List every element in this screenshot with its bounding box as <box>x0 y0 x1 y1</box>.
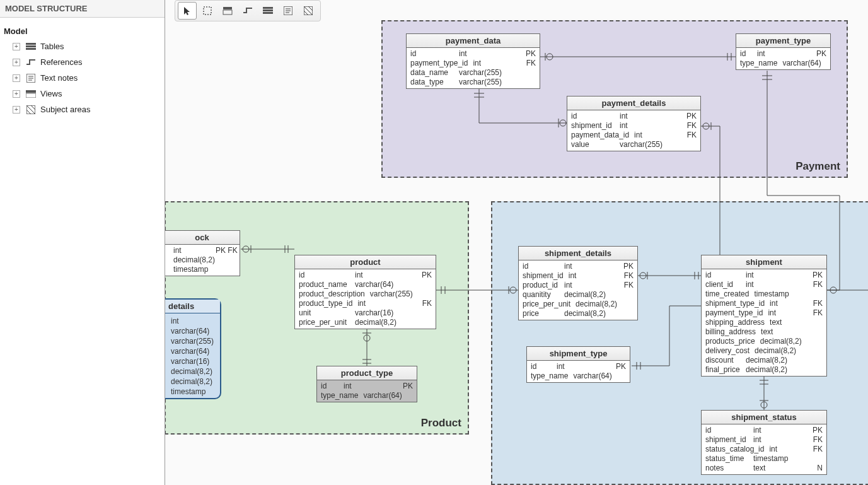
tool-new-subject-area[interactable] <box>299 2 318 20</box>
table-row[interactable]: time_createdtimestamp <box>703 289 825 299</box>
table-row[interactable]: decimal(8,2) <box>166 255 238 265</box>
table-row[interactable]: idintPK <box>569 112 699 121</box>
table-row[interactable]: billing_addresstext <box>703 327 825 337</box>
tree-item-references[interactable]: + References <box>4 54 161 70</box>
table-row[interactable]: varchar(16) <box>171 356 214 366</box>
table-row[interactable]: idintPK <box>703 426 825 435</box>
tree-item-tables[interactable]: + Tables <box>4 38 161 54</box>
col-type: int <box>743 271 800 280</box>
tool-new-note[interactable] <box>279 2 298 20</box>
table-row[interactable]: payment_type_idintFK <box>408 59 538 68</box>
expand-icon[interactable]: + <box>13 106 20 114</box>
table-payment-type[interactable]: payment_type idintPKtype_namevarchar(64) <box>736 33 831 70</box>
table-row[interactable]: intPK FK <box>166 246 238 255</box>
table-row[interactable]: idintPK <box>296 271 434 280</box>
table-row[interactable]: shipment_idintFK <box>569 121 699 131</box>
table-row[interactable]: pricedecimal(8,2) <box>520 309 636 318</box>
table-row[interactable]: final_pricedecimal(8,2) <box>703 365 825 375</box>
tree-item-text-notes[interactable]: + Text notes <box>4 70 161 86</box>
table-row[interactable]: shipment_idintFK <box>703 435 825 445</box>
card-details[interactable]: details intvarchar(64)varchar(255)varcha… <box>165 298 221 399</box>
tree-item-views[interactable]: + Views <box>4 86 161 102</box>
table-row[interactable]: valuevarchar(255) <box>569 140 699 149</box>
table-row[interactable]: idintPK <box>318 382 415 391</box>
table-row[interactable]: delivery_costdecimal(8,2) <box>703 346 825 356</box>
table-row[interactable]: product_descriptionvarchar(255) <box>296 289 434 299</box>
table-row[interactable]: idintPK <box>703 271 825 280</box>
col-key: FK <box>517 59 538 68</box>
table-row[interactable]: decimal(8,2) <box>171 366 214 377</box>
table-row[interactable]: shipment_idintFK <box>520 271 636 281</box>
col-key <box>800 454 825 464</box>
table-row[interactable]: varchar(64) <box>171 346 214 356</box>
col-type: varchar(64) <box>780 59 823 68</box>
table-row[interactable]: data_typevarchar(255) <box>408 78 538 87</box>
col-type: int <box>765 308 806 318</box>
table-row[interactable]: products_pricedecimal(8,2) <box>703 337 825 346</box>
table-row[interactable]: varchar(64) <box>171 326 214 336</box>
table-row[interactable]: type_namevarchar(64) <box>318 391 415 400</box>
table-row[interactable]: shipping_addresstext <box>703 318 825 327</box>
table-shipment-type[interactable]: shipment_type idintPKtype_namevarchar(64… <box>526 346 630 383</box>
table-row[interactable]: idintPK <box>738 49 829 59</box>
table-payment-details[interactable]: payment_details idintPKshipment_idintFKp… <box>567 96 701 151</box>
table-row[interactable]: discountdecimal(8,2) <box>703 356 825 365</box>
col-name: client_id <box>703 280 743 289</box>
col-name: id <box>703 271 743 280</box>
tool-select-area[interactable] <box>198 2 217 20</box>
table-row[interactable]: type_namevarchar(64) <box>528 371 628 381</box>
tool-new-reference[interactable] <box>238 2 257 20</box>
table-row[interactable]: product_type_idintFK <box>296 299 434 308</box>
col-type: int <box>767 299 807 308</box>
col-name: type_name <box>528 371 570 381</box>
tool-new-table[interactable] <box>218 2 237 20</box>
expand-icon[interactable]: + <box>13 43 20 50</box>
table-row[interactable]: payment_type_idintFK <box>703 308 825 318</box>
expand-icon[interactable]: + <box>13 74 20 82</box>
table-row[interactable]: decimal(8,2) <box>171 377 214 387</box>
table-row[interactable]: product_idintFK <box>520 281 636 290</box>
table-row[interactable]: quanititydecimal(8,2) <box>520 290 636 300</box>
table-row[interactable]: status_catalog_idintFK <box>703 445 825 454</box>
table-row[interactable]: client_idintFK <box>703 280 825 289</box>
table-row[interactable]: price_per_unitdecimal(8,2) <box>296 318 434 327</box>
table-shipment-status[interactable]: shipment_status idintPKshipment_idintFKs… <box>701 410 827 475</box>
expand-icon[interactable]: + <box>13 90 20 98</box>
table-stock[interactable]: ock intPK FKdecimal(8,2)timestamp <box>165 230 240 276</box>
table-product[interactable]: product idintPKproduct_namevarchar(64)pr… <box>294 255 436 329</box>
svg-rect-1 <box>26 45 36 47</box>
col-name: product_name <box>296 280 352 289</box>
table-row[interactable]: int <box>171 316 214 326</box>
table-row[interactable]: notestextN <box>703 464 825 473</box>
table-row[interactable]: shipment_type_idintFK <box>703 299 825 308</box>
table-row[interactable]: product_namevarchar(64) <box>296 280 434 289</box>
table-row[interactable]: status_timetimestamp <box>703 454 825 464</box>
diagram-canvas[interactable]: Payment Product details intvarchar(64)va… <box>165 0 868 485</box>
col-name: id <box>296 271 352 280</box>
table-title: payment_details <box>567 96 700 110</box>
tool-pointer[interactable] <box>178 2 197 20</box>
col-type: int <box>617 121 674 131</box>
table-shipment[interactable]: shipment idintPKclient_idintFKtime_creat… <box>701 255 827 377</box>
table-row[interactable]: unitvarchar(16) <box>296 308 434 318</box>
table-row[interactable]: price_per_unitdecimal(8,2) <box>520 300 636 309</box>
col-key <box>409 280 434 289</box>
table-payment-data[interactable]: payment_data idintPKpayment_type_idintFK… <box>406 33 540 89</box>
table-row[interactable]: payment_data_idintFK <box>569 131 699 140</box>
table-shipment-details[interactable]: shipment_details idintPKshipment_idintFK… <box>518 246 638 320</box>
table-row[interactable]: timestamp <box>171 387 214 397</box>
table-row[interactable]: idintPK <box>520 262 636 271</box>
table-row[interactable]: data_namevarchar(255) <box>408 68 538 78</box>
expand-icon[interactable]: + <box>13 59 20 66</box>
table-row[interactable]: idintPK <box>408 49 538 59</box>
table-row[interactable]: timestamp <box>166 265 238 274</box>
table-row[interactable]: varchar(255) <box>171 336 214 346</box>
table-row[interactable]: idintPK <box>528 362 628 371</box>
col-type: varchar(64) <box>352 280 409 289</box>
table-row[interactable]: type_namevarchar(64) <box>738 59 829 68</box>
tree-root[interactable]: Model <box>4 24 161 38</box>
table-product-type[interactable]: product_type idintPKtype_namevarchar(64) <box>316 366 417 402</box>
col-type: varchar(64) <box>171 327 209 336</box>
tree-item-subject-areas[interactable]: + Subject areas <box>4 102 161 117</box>
tool-new-view[interactable] <box>258 2 277 20</box>
